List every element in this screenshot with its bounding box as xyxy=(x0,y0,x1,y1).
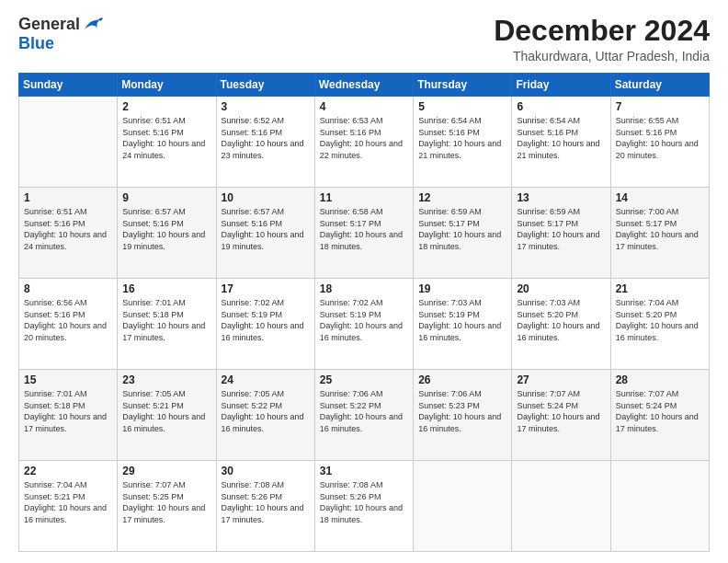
cell-content: Sunrise: 7:02 AMSunset: 5:19 PMDaylight:… xyxy=(222,297,310,343)
calendar-week-3: 8 Sunrise: 6:56 AMSunset: 5:16 PMDayligh… xyxy=(19,279,710,370)
cell-content: Sunrise: 6:55 AMSunset: 5:16 PMDaylight:… xyxy=(616,115,704,161)
cell-content: Sunrise: 7:04 AMSunset: 5:21 PMDaylight:… xyxy=(24,479,112,525)
calendar-week-5: 22 Sunrise: 7:04 AMSunset: 5:21 PMDaylig… xyxy=(19,461,710,552)
cell-content: Sunrise: 6:51 AMSunset: 5:16 PMDaylight:… xyxy=(24,206,112,252)
day-number: 24 xyxy=(222,373,310,386)
empty-cell xyxy=(512,461,610,552)
cell-content: Sunrise: 7:05 AMSunset: 5:21 PMDaylight:… xyxy=(122,388,210,434)
table-row: 15 Sunrise: 7:01 AMSunset: 5:18 PMDaylig… xyxy=(19,370,118,461)
logo-blue: Blue xyxy=(18,34,54,53)
header: General Blue December 2024 Thakurdwara, … xyxy=(18,15,710,63)
cell-content: Sunrise: 7:04 AMSunset: 5:20 PMDaylight:… xyxy=(616,297,704,343)
table-row: 3 Sunrise: 6:52 AMSunset: 5:16 PMDayligh… xyxy=(216,97,314,188)
table-row: 30 Sunrise: 7:08 AMSunset: 5:26 PMDaylig… xyxy=(216,461,314,552)
day-number: 3 xyxy=(222,100,310,113)
calendar-week-2: 1 Sunrise: 6:51 AMSunset: 5:16 PMDayligh… xyxy=(19,188,710,279)
table-row: 31 Sunrise: 7:08 AMSunset: 5:26 PMDaylig… xyxy=(314,461,413,552)
title-block: December 2024 Thakurdwara, Uttar Pradesh… xyxy=(494,15,710,63)
day-number: 5 xyxy=(418,100,506,113)
calendar-week-1: 2 Sunrise: 6:51 AMSunset: 5:16 PMDayligh… xyxy=(19,97,710,188)
day-number: 23 xyxy=(122,373,210,386)
table-row: 14 Sunrise: 7:00 AMSunset: 5:17 PMDaylig… xyxy=(610,188,709,279)
cell-content: Sunrise: 7:00 AMSunset: 5:17 PMDaylight:… xyxy=(616,206,704,252)
col-thursday: Thursday xyxy=(414,74,512,97)
table-row: 19 Sunrise: 7:03 AMSunset: 5:19 PMDaylig… xyxy=(414,279,512,370)
cell-content: Sunrise: 6:54 AMSunset: 5:16 PMDaylight:… xyxy=(517,115,605,161)
day-number: 1 xyxy=(24,191,112,204)
day-number: 2 xyxy=(122,100,210,113)
cell-content: Sunrise: 6:54 AMSunset: 5:16 PMDaylight:… xyxy=(418,115,506,161)
table-row: 11 Sunrise: 6:58 AMSunset: 5:17 PMDaylig… xyxy=(314,188,413,279)
cell-content: Sunrise: 6:59 AMSunset: 5:17 PMDaylight:… xyxy=(418,206,506,252)
cell-content: Sunrise: 7:05 AMSunset: 5:22 PMDaylight:… xyxy=(222,388,310,434)
cell-content: Sunrise: 6:51 AMSunset: 5:16 PMDaylight:… xyxy=(122,115,210,161)
cell-content: Sunrise: 7:03 AMSunset: 5:20 PMDaylight:… xyxy=(517,297,605,343)
empty-cell xyxy=(414,461,512,552)
cell-content: Sunrise: 7:06 AMSunset: 5:23 PMDaylight:… xyxy=(418,388,506,434)
col-tuesday: Tuesday xyxy=(216,74,314,97)
day-number: 16 xyxy=(122,282,210,295)
cell-content: Sunrise: 6:53 AMSunset: 5:16 PMDaylight:… xyxy=(320,115,408,161)
cell-content: Sunrise: 7:01 AMSunset: 5:18 PMDaylight:… xyxy=(24,388,112,434)
day-number: 27 xyxy=(517,373,605,386)
col-friday: Friday xyxy=(512,74,610,97)
table-row: 28 Sunrise: 7:07 AMSunset: 5:24 PMDaylig… xyxy=(610,370,709,461)
day-number: 25 xyxy=(320,373,408,386)
table-row: 29 Sunrise: 7:07 AMSunset: 5:25 PMDaylig… xyxy=(118,461,216,552)
logo-general: General xyxy=(18,15,80,34)
table-row: 6 Sunrise: 6:54 AMSunset: 5:16 PMDayligh… xyxy=(512,97,610,188)
day-number: 15 xyxy=(24,373,112,386)
col-saturday: Saturday xyxy=(610,74,709,97)
empty-cell xyxy=(610,461,709,552)
day-number: 8 xyxy=(24,282,112,295)
table-row: 27 Sunrise: 7:07 AMSunset: 5:24 PMDaylig… xyxy=(512,370,610,461)
table-row: 1 Sunrise: 6:51 AMSunset: 5:16 PMDayligh… xyxy=(19,188,118,279)
table-row: 5 Sunrise: 6:54 AMSunset: 5:16 PMDayligh… xyxy=(414,97,512,188)
day-number: 17 xyxy=(222,282,310,295)
table-row: 9 Sunrise: 6:57 AMSunset: 5:16 PMDayligh… xyxy=(118,188,216,279)
cell-content: Sunrise: 6:57 AMSunset: 5:16 PMDaylight:… xyxy=(122,206,210,252)
table-row: 4 Sunrise: 6:53 AMSunset: 5:16 PMDayligh… xyxy=(314,97,413,188)
day-number: 12 xyxy=(418,191,506,204)
cell-content: Sunrise: 7:06 AMSunset: 5:22 PMDaylight:… xyxy=(320,388,408,434)
cell-content: Sunrise: 6:59 AMSunset: 5:17 PMDaylight:… xyxy=(517,206,605,252)
location-subtitle: Thakurdwara, Uttar Pradesh, India xyxy=(494,49,710,63)
col-sunday: Sunday xyxy=(19,74,118,97)
table-row: 17 Sunrise: 7:02 AMSunset: 5:19 PMDaylig… xyxy=(216,279,314,370)
day-number: 13 xyxy=(517,191,605,204)
day-number: 28 xyxy=(616,373,704,386)
day-number: 19 xyxy=(418,282,506,295)
day-number: 6 xyxy=(517,100,605,113)
cell-content: Sunrise: 7:02 AMSunset: 5:19 PMDaylight:… xyxy=(320,297,408,343)
table-row: 16 Sunrise: 7:01 AMSunset: 5:18 PMDaylig… xyxy=(118,279,216,370)
cell-content: Sunrise: 7:08 AMSunset: 5:26 PMDaylight:… xyxy=(222,479,310,525)
table-row: 10 Sunrise: 6:57 AMSunset: 5:16 PMDaylig… xyxy=(216,188,314,279)
day-number: 30 xyxy=(222,465,310,477)
day-number: 7 xyxy=(616,100,704,113)
table-row: 20 Sunrise: 7:03 AMSunset: 5:20 PMDaylig… xyxy=(512,279,610,370)
day-number: 9 xyxy=(122,191,210,204)
cell-content: Sunrise: 6:58 AMSunset: 5:17 PMDaylight:… xyxy=(320,206,408,252)
col-monday: Monday xyxy=(118,74,216,97)
day-number: 21 xyxy=(616,282,704,295)
table-row: 22 Sunrise: 7:04 AMSunset: 5:21 PMDaylig… xyxy=(19,461,118,552)
table-row: 26 Sunrise: 7:06 AMSunset: 5:23 PMDaylig… xyxy=(414,370,512,461)
empty-cell xyxy=(19,97,118,188)
table-row: 2 Sunrise: 6:51 AMSunset: 5:16 PMDayligh… xyxy=(118,97,216,188)
table-row: 25 Sunrise: 7:06 AMSunset: 5:22 PMDaylig… xyxy=(314,370,413,461)
cell-content: Sunrise: 7:08 AMSunset: 5:26 PMDaylight:… xyxy=(320,479,408,525)
day-number: 11 xyxy=(320,191,408,204)
cell-content: Sunrise: 7:07 AMSunset: 5:24 PMDaylight:… xyxy=(517,388,605,434)
table-row: 24 Sunrise: 7:05 AMSunset: 5:22 PMDaylig… xyxy=(216,370,314,461)
day-number: 26 xyxy=(418,373,506,386)
table-row: 18 Sunrise: 7:02 AMSunset: 5:19 PMDaylig… xyxy=(314,279,413,370)
logo: General Blue xyxy=(18,15,103,53)
table-row: 8 Sunrise: 6:56 AMSunset: 5:16 PMDayligh… xyxy=(19,279,118,370)
table-row: 23 Sunrise: 7:05 AMSunset: 5:21 PMDaylig… xyxy=(118,370,216,461)
day-number: 31 xyxy=(320,465,408,477)
cell-content: Sunrise: 7:03 AMSunset: 5:19 PMDaylight:… xyxy=(418,297,506,343)
day-number: 20 xyxy=(517,282,605,295)
table-row: 13 Sunrise: 6:59 AMSunset: 5:17 PMDaylig… xyxy=(512,188,610,279)
calendar-table: Sunday Monday Tuesday Wednesday Thursday… xyxy=(18,73,710,552)
calendar-header-row: Sunday Monday Tuesday Wednesday Thursday… xyxy=(19,74,710,97)
